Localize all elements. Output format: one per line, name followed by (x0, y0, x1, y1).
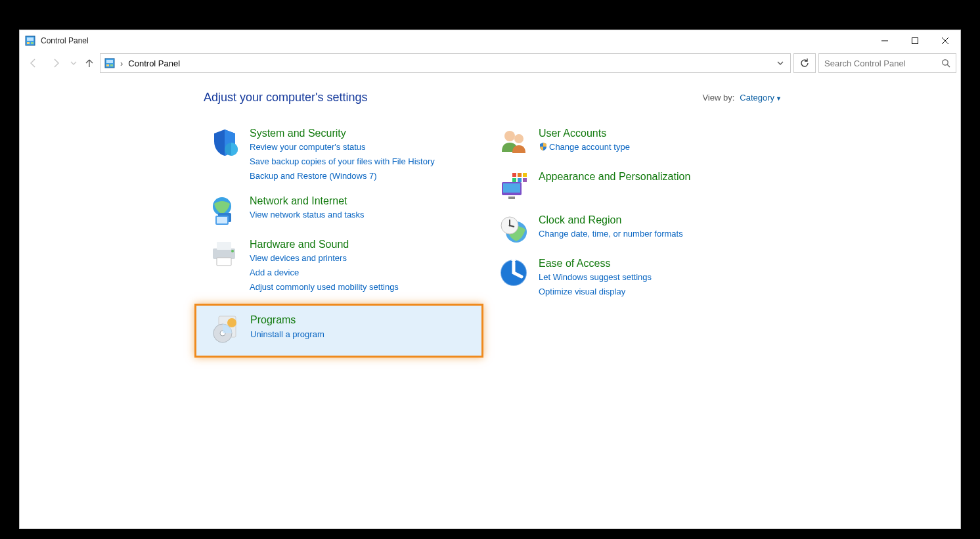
category-link[interactable]: View devices and printers (250, 252, 399, 265)
category-column-left: System and Security Review your computer… (204, 123, 479, 358)
category-link[interactable]: Backup and Restore (Windows 7) (250, 170, 435, 183)
up-button[interactable] (81, 53, 97, 73)
category-link[interactable]: Save backup copies of your files with Fi… (250, 156, 435, 168)
category-ease-of-access: Ease of Access Let Windows suggest setti… (493, 253, 768, 302)
category-title[interactable]: Ease of Access (539, 257, 652, 270)
svg-rect-38 (508, 197, 515, 199)
printer-icon (209, 238, 240, 270)
ease-of-access-icon (498, 257, 529, 289)
titlebar: Control Panel (20, 30, 960, 51)
svg-rect-5 (912, 38, 918, 44)
clock-globe-icon (498, 214, 529, 245)
category-clock-region: Clock and Region Change date, time, or n… (493, 210, 768, 249)
category-system-security: System and Security Review your computer… (204, 123, 479, 187)
svg-rect-11 (110, 64, 113, 66)
viewby-label: View by: (702, 93, 734, 103)
viewby-dropdown[interactable]: Category▼ (740, 93, 782, 103)
category-link[interactable]: Review your computer's status (250, 141, 435, 154)
monitor-colors-icon (498, 170, 529, 202)
category-title[interactable]: Appearance and Personalization (539, 170, 690, 183)
search-input[interactable]: Search Control Panel (818, 53, 956, 73)
svg-point-43 (509, 225, 511, 227)
control-panel-icon (104, 58, 115, 68)
svg-point-22 (231, 250, 234, 252)
category-programs: Programs Uninstall a program (194, 304, 483, 358)
minimize-button[interactable] (870, 30, 900, 51)
category-title[interactable]: System and Security (250, 127, 435, 139)
forward-button[interactable] (46, 53, 66, 73)
category-title[interactable]: Network and Internet (250, 195, 365, 207)
maximize-button[interactable] (900, 30, 930, 51)
svg-rect-1 (27, 37, 33, 41)
category-link[interactable]: Uninstall a program (250, 329, 324, 341)
category-link[interactable]: Add a device (250, 267, 399, 279)
category-link[interactable]: View network status and tasks (250, 209, 365, 222)
svg-rect-31 (518, 173, 522, 177)
svg-rect-9 (106, 60, 113, 63)
category-link[interactable]: Adjust commonly used mobility settings (250, 281, 399, 294)
window-title: Control Panel (41, 36, 89, 45)
category-user-accounts: User Accounts Change account type (493, 123, 768, 162)
svg-rect-37 (503, 183, 520, 193)
svg-rect-20 (217, 242, 231, 250)
svg-rect-18 (217, 217, 227, 223)
search-placeholder: Search Control Panel (824, 59, 906, 68)
category-network-internet: Network and Internet View network status… (204, 191, 479, 230)
svg-rect-32 (523, 173, 527, 177)
shield-icon (209, 127, 240, 158)
svg-rect-30 (512, 173, 516, 177)
breadcrumb-control-panel[interactable]: Control Panel (128, 59, 180, 68)
category-appearance-personalization: Appearance and Personalization (493, 166, 768, 206)
navbar: › Control Panel Search Control Panel (20, 51, 960, 75)
category-link[interactable]: Optimize visual display (539, 286, 652, 298)
globe-icon (209, 195, 240, 226)
control-panel-icon (25, 35, 35, 46)
chevron-right-icon[interactable]: › (119, 59, 124, 68)
users-icon (498, 127, 529, 158)
svg-rect-21 (217, 258, 231, 266)
recent-locations-button[interactable] (68, 53, 79, 73)
category-title[interactable]: Clock and Region (539, 214, 683, 226)
svg-rect-10 (106, 64, 109, 66)
close-button[interactable] (930, 30, 960, 51)
category-title[interactable]: Programs (250, 314, 324, 326)
svg-point-28 (504, 131, 515, 141)
search-icon (941, 59, 950, 68)
svg-line-13 (947, 64, 950, 67)
address-dropdown[interactable] (774, 60, 786, 66)
category-link[interactable]: Change account type (539, 141, 630, 154)
svg-point-29 (514, 134, 523, 143)
category-link[interactable]: Let Windows suggest settings (539, 271, 652, 284)
back-button[interactable] (24, 53, 43, 73)
shield-admin-icon (539, 142, 548, 151)
svg-rect-33 (512, 178, 516, 182)
svg-rect-2 (27, 42, 30, 44)
disc-box-icon (210, 314, 241, 345)
svg-rect-34 (518, 178, 522, 182)
address-bar[interactable]: › Control Panel (100, 53, 791, 73)
category-column-right: User Accounts Change account type (493, 123, 768, 358)
category-link[interactable]: Change date, time, or number formats (539, 228, 683, 241)
control-panel-window: Control Panel (20, 30, 960, 528)
svg-point-12 (943, 60, 948, 65)
svg-rect-3 (31, 42, 33, 44)
svg-rect-35 (523, 178, 527, 182)
category-title[interactable]: User Accounts (539, 127, 630, 139)
category-hardware-sound: Hardware and Sound View devices and prin… (204, 234, 479, 298)
refresh-button[interactable] (793, 53, 816, 73)
page-heading: Adjust your computer's settings (204, 91, 368, 105)
category-title[interactable]: Hardware and Sound (250, 238, 399, 250)
